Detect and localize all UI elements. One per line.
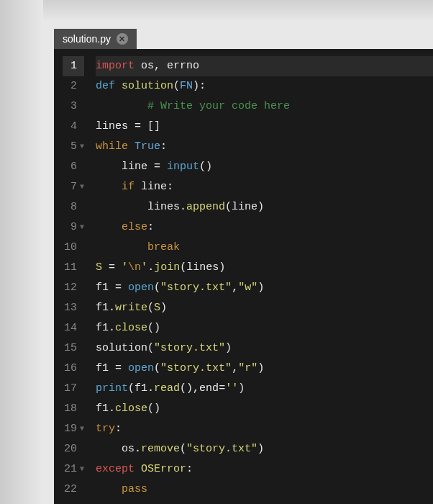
code-token: ( [147, 342, 154, 354]
code-token: () [147, 322, 160, 334]
line-number: 4 [63, 117, 84, 137]
code-token: # Write your code here [147, 100, 290, 112]
code-token [102, 261, 109, 274]
code-line[interactable]: except OSError: [96, 459, 433, 480]
code-token: close [115, 322, 147, 334]
code-line[interactable]: # Write your code here [96, 96, 433, 117]
code-token: try [96, 423, 115, 435]
line-number: 16 [63, 359, 84, 379]
line-number: 21▼ [63, 459, 84, 480]
code-line[interactable]: while True: [96, 137, 433, 157]
code-token: break [147, 241, 180, 253]
code-line[interactable]: lines.append(line) [96, 197, 433, 217]
code-token [135, 463, 141, 475]
code-token: ) [257, 282, 264, 294]
code-token: open [128, 282, 154, 294]
line-number: 22 [63, 480, 84, 500]
page-background-top [0, 0, 433, 22]
code-token: "story.txt" [160, 282, 232, 294]
code-token: , [232, 362, 238, 374]
code-token: read [154, 382, 180, 395]
code-token: ) [225, 342, 232, 354]
code-line[interactable]: try: [96, 419, 433, 439]
code-token: ( [154, 362, 160, 374]
code-token [96, 241, 147, 253]
code-token: f1 [96, 362, 115, 374]
code-token: if [122, 181, 135, 193]
code-token: () [147, 402, 160, 415]
code-line[interactable]: def solution(FN): [96, 76, 433, 96]
code-token: = [115, 282, 122, 294]
code-line[interactable]: f1 = open("story.txt","r") [96, 359, 433, 379]
code-line[interactable]: solution("story.txt") [96, 338, 433, 359]
code-line[interactable]: break [96, 238, 433, 258]
line-number: 11 [63, 258, 84, 278]
code-token: write [115, 302, 147, 314]
line-number: 15 [63, 338, 84, 359]
code-token: remove [141, 443, 180, 455]
code-token [122, 362, 128, 374]
code-token: else [122, 221, 147, 233]
code-line[interactable]: os.remove("story.txt") [96, 439, 433, 459]
code-token: open [128, 362, 154, 374]
code-token: (), [180, 382, 199, 395]
code-line[interactable]: import os, errno [96, 56, 433, 76]
code-token: import [96, 60, 135, 72]
code-token: "story.txt" [186, 443, 257, 455]
fold-marker-icon[interactable]: ▼ [80, 137, 84, 157]
fold-marker-icon[interactable]: ▼ [80, 459, 84, 480]
line-number: 17 [63, 379, 84, 399]
line-number: 19▼ [63, 419, 84, 439]
code-token: . [109, 302, 115, 314]
editor-container: solution.py ✕ 1 2 3 4 5▼6 7▼8 9▼10 11 12… [54, 29, 433, 504]
code-token: ' [122, 261, 128, 274]
line-number-gutter: 1 2 3 4 5▼6 7▼8 9▼10 11 12 13 14 15 16 1… [54, 49, 90, 504]
close-icon[interactable]: ✕ [117, 33, 128, 45]
code-token [128, 140, 135, 153]
code-token: ( [180, 261, 186, 274]
code-token: line [232, 201, 257, 213]
fold-marker-icon[interactable]: ▼ [80, 419, 84, 439]
code-token: solution [122, 80, 173, 92]
code-token: ( [128, 382, 135, 395]
code-token: f1 [96, 322, 109, 334]
code-line[interactable]: f1.close() [96, 399, 433, 419]
code-token: = [154, 161, 160, 173]
code-line[interactable]: f1.close() [96, 318, 433, 338]
line-number: 9▼ [63, 217, 84, 238]
line-number: 8 [63, 197, 84, 217]
code-line[interactable]: if line: [96, 177, 433, 197]
code-line[interactable]: f1.write(S) [96, 298, 433, 318]
code-token: , [154, 60, 160, 72]
code-token: = [109, 261, 115, 274]
code-line[interactable]: f1 = open("story.txt","w") [96, 278, 433, 298]
code-content[interactable]: import os, errnodef solution(FN): # Writ… [90, 49, 433, 504]
fold-marker-icon[interactable]: ▼ [80, 217, 84, 238]
code-token: "story.txt" [160, 362, 232, 374]
code-token: ( [147, 302, 154, 314]
file-tab[interactable]: solution.py ✕ [54, 29, 137, 49]
code-token: line [96, 161, 154, 173]
code-token: except [96, 463, 135, 475]
code-line[interactable]: lines = [] [96, 117, 433, 137]
code-token: def [96, 80, 115, 92]
code-token: "r" [238, 362, 257, 374]
code-token: '' [225, 382, 238, 395]
code-token [96, 221, 122, 233]
code-line[interactable]: line = input() [96, 157, 433, 177]
code-line[interactable]: pass [96, 480, 433, 500]
code-token: = [135, 120, 141, 132]
code-area[interactable]: 1 2 3 4 5▼6 7▼8 9▼10 11 12 13 14 15 16 1… [54, 49, 433, 504]
code-token: \n [128, 261, 141, 274]
fold-marker-icon[interactable]: ▼ [80, 177, 84, 197]
code-token: . [109, 402, 115, 415]
code-line[interactable]: else: [96, 217, 433, 238]
code-token: OSError [141, 463, 186, 475]
code-token: os [96, 443, 135, 455]
code-line[interactable]: S = '\n'.join(lines) [96, 258, 433, 278]
code-line[interactable]: print(f1.read(),end='') [96, 379, 433, 399]
code-token: : [186, 463, 193, 475]
code-token: ) [257, 443, 264, 455]
code-token: , [232, 282, 238, 294]
code-token: solution [96, 342, 147, 354]
